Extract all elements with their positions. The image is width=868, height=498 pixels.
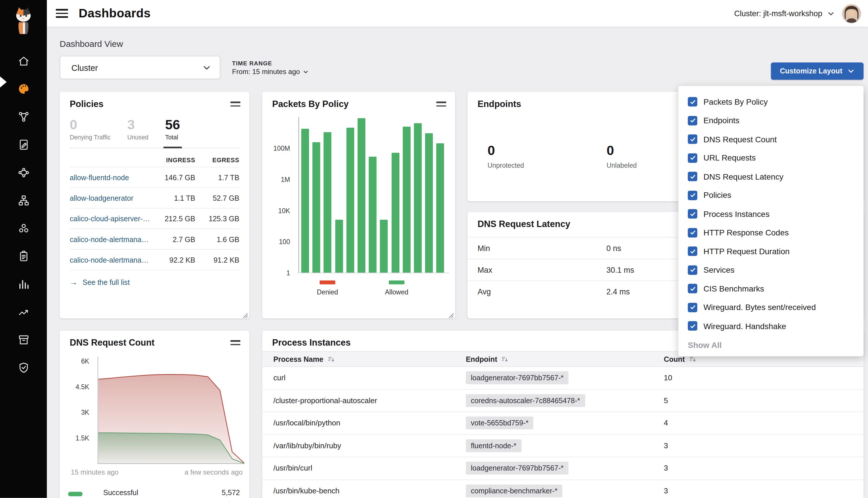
customize-menu-item[interactable]: CIS Benchmarks bbox=[678, 279, 863, 298]
customize-menu-item[interactable]: Wireguard. Handshake bbox=[678, 317, 863, 336]
process-name-column-header[interactable]: Process Name bbox=[273, 355, 466, 363]
policies-stat-unused[interactable]: 3Unused bbox=[127, 118, 148, 141]
resize-handle-icon[interactable] bbox=[447, 311, 454, 317]
customize-menu-item[interactable]: Process Instances bbox=[678, 205, 863, 224]
show-all-link[interactable]: Show All bbox=[688, 340, 854, 349]
customize-menu-item[interactable]: HTTP Response Codes bbox=[678, 223, 863, 242]
sidebar-item-security[interactable] bbox=[0, 353, 47, 381]
endpoint-chip[interactable]: fluentd-node-* bbox=[466, 439, 521, 452]
packets-bar[interactable] bbox=[346, 128, 354, 273]
checkbox-checked-icon[interactable] bbox=[688, 321, 697, 331]
legend-label: Denied bbox=[317, 288, 338, 296]
sidebar-nav bbox=[0, 47, 47, 381]
sidebar-item-trends[interactable] bbox=[0, 298, 47, 326]
policy-egress-value: 52.7 GB bbox=[195, 194, 239, 202]
customize-menu-item[interactable]: URL Requests bbox=[678, 149, 863, 168]
policies-card: Policies 0Denying Traffic3Unused56Total … bbox=[60, 92, 249, 318]
policies-stat-denying-traffic[interactable]: 0Denying Traffic bbox=[70, 118, 111, 141]
policy-name-link[interactable]: calico-cloud-apiserver-… bbox=[70, 215, 151, 223]
view-select-value: Cluster bbox=[72, 63, 203, 72]
customize-menu-item[interactable]: DNS Request Count bbox=[678, 130, 863, 149]
time-range-value[interactable]: From: 15 minutes ago bbox=[232, 68, 308, 76]
sidebar-item-network-hierarchy[interactable] bbox=[0, 186, 47, 214]
y-axis-tick-label: 4.5K bbox=[76, 383, 89, 391]
policies-table-row: calico-node-alertmana…2.7 GB1.6 GB bbox=[70, 229, 239, 249]
trends-icon bbox=[17, 305, 30, 318]
drag-handle-icon[interactable] bbox=[230, 338, 241, 347]
drag-handle-icon[interactable] bbox=[436, 99, 446, 109]
packets-bar[interactable] bbox=[324, 132, 332, 273]
checkbox-checked-icon[interactable] bbox=[688, 172, 697, 181]
customize-menu-item[interactable]: Packets By Policy bbox=[678, 93, 863, 112]
packets-bar[interactable] bbox=[369, 157, 377, 273]
sidebar-item-dashboards[interactable] bbox=[0, 75, 47, 102]
packets-bar[interactable] bbox=[425, 133, 433, 273]
packets-bar-plot[interactable] bbox=[298, 117, 449, 273]
endpoint-chip[interactable]: coredns-autoscaler-7c88465478-* bbox=[466, 394, 585, 407]
dns-count-area-plot[interactable] bbox=[98, 357, 244, 464]
checkbox-checked-icon[interactable] bbox=[688, 116, 697, 126]
checkbox-checked-icon[interactable] bbox=[688, 134, 697, 144]
endpoint-chip[interactable]: compliance-benchmarker-* bbox=[466, 484, 562, 497]
packets-bar[interactable] bbox=[436, 143, 444, 273]
calico-cat-logo[interactable] bbox=[10, 5, 37, 37]
checkbox-checked-icon[interactable] bbox=[688, 97, 697, 107]
packets-bar[interactable] bbox=[414, 123, 422, 273]
packets-bar[interactable] bbox=[358, 118, 365, 273]
checkbox-checked-icon[interactable] bbox=[688, 153, 697, 163]
menu-toggle-button[interactable] bbox=[56, 9, 68, 18]
sidebar-item-compliance[interactable] bbox=[0, 242, 47, 270]
checkbox-checked-icon[interactable] bbox=[688, 265, 697, 275]
dashboard-view-select[interactable]: Cluster bbox=[60, 56, 220, 79]
customize-menu-item-label: Endpoints bbox=[703, 116, 739, 125]
endpoint-chip[interactable]: vote-5655bd759-* bbox=[466, 417, 533, 430]
legend-label: Allowed bbox=[385, 288, 408, 296]
policy-egress-value: 91.2 KB bbox=[195, 256, 239, 264]
checkbox-checked-icon[interactable] bbox=[688, 209, 697, 219]
checkbox-checked-icon[interactable] bbox=[688, 284, 697, 293]
sidebar-item-reports[interactable] bbox=[0, 270, 47, 298]
customize-menu-item[interactable]: Endpoints bbox=[678, 112, 863, 130]
sidebar-item-flows[interactable] bbox=[0, 158, 47, 186]
dns-legend-row[interactable]: Successful 5,572 bbox=[60, 486, 249, 498]
checkbox-checked-icon[interactable] bbox=[688, 247, 697, 256]
legend-item-denied[interactable]: Denied bbox=[317, 280, 338, 296]
legend-item-allowed[interactable]: Allowed bbox=[385, 280, 408, 296]
packets-bar[interactable] bbox=[301, 129, 309, 273]
packets-bar[interactable] bbox=[335, 220, 343, 272]
packets-bar[interactable] bbox=[380, 220, 388, 272]
packets-bar[interactable] bbox=[403, 126, 411, 272]
customize-menu-item[interactable]: Wireguard. Bytes sent/received bbox=[678, 298, 863, 317]
customize-menu-item[interactable]: Policies bbox=[678, 186, 863, 205]
customize-menu-item-label: Wireguard. Handshake bbox=[703, 322, 786, 330]
checkbox-checked-icon[interactable] bbox=[688, 191, 697, 200]
policy-name-link[interactable]: calico-node-alertmana… bbox=[70, 235, 151, 244]
endpoint-chip[interactable]: loadgenerator-7697bb7567-* bbox=[466, 462, 569, 475]
packets-bar[interactable] bbox=[391, 153, 399, 273]
packets-bar[interactable] bbox=[312, 142, 320, 272]
drag-handle-icon[interactable] bbox=[230, 99, 241, 109]
policy-name-link[interactable]: calico-node-alertmana… bbox=[70, 256, 151, 264]
checkbox-checked-icon[interactable] bbox=[688, 302, 697, 312]
policy-name-link[interactable]: allow-fluentd-node bbox=[70, 173, 151, 182]
sidebar-item-policies[interactable] bbox=[0, 130, 47, 158]
endpoint-column-header[interactable]: Endpoint bbox=[466, 355, 664, 363]
customize-menu-item[interactable]: DNS Request Latency bbox=[678, 167, 863, 186]
see-full-list-link[interactable]: → See the full list bbox=[70, 270, 239, 294]
policy-name-link[interactable]: allow-loadgenerator bbox=[70, 194, 151, 202]
sidebar-item-archive[interactable] bbox=[0, 326, 47, 353]
customize-layout-button[interactable]: Customize Layout bbox=[771, 63, 864, 80]
endpoint-chip[interactable]: loadgenerator-7697bb7567-* bbox=[466, 372, 569, 384]
customize-menu-item[interactable]: HTTP Request Duration bbox=[678, 242, 863, 261]
resize-handle-icon[interactable] bbox=[242, 311, 248, 317]
sidebar-item-clusters[interactable] bbox=[0, 214, 47, 242]
customize-menu-item[interactable]: Services bbox=[678, 261, 863, 279]
sidebar-item-service-graph[interactable] bbox=[0, 103, 47, 130]
user-avatar[interactable] bbox=[842, 4, 861, 23]
cluster-selector[interactable]: Cluster: jlt-msft-workshop bbox=[734, 9, 834, 18]
checkbox-checked-icon[interactable] bbox=[688, 228, 697, 237]
sidebar-item-home[interactable] bbox=[0, 47, 47, 75]
policies-stat-total[interactable]: 56Total bbox=[165, 118, 180, 141]
count-column-header[interactable]: Count bbox=[664, 355, 863, 363]
policy-ingress-value: 92.2 KB bbox=[151, 256, 195, 264]
